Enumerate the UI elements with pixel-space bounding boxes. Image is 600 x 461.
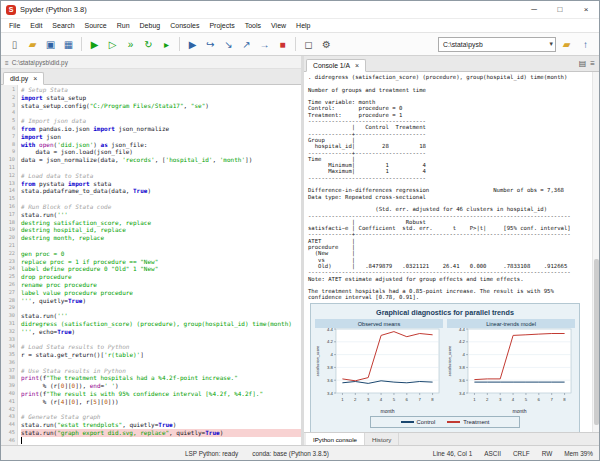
menu-edit[interactable]: Edit	[25, 22, 47, 29]
run-cell-icon[interactable]: ▷	[104, 36, 121, 53]
preferences-icon[interactable]: ⚙	[318, 36, 335, 53]
menu-view[interactable]: View	[266, 22, 291, 29]
menu-debug[interactable]: Debug	[135, 22, 166, 29]
code-line-43[interactable]: # Generate Stata graph	[21, 413, 301, 421]
code-line-45[interactable]: stata.run("graph export did.svg, replace…	[21, 429, 301, 437]
code-area[interactable]: # Setup Stataimport stata_setupstata_set…	[18, 85, 301, 445]
save-all-icon[interactable]: ▦	[60, 36, 77, 53]
tab-ipython-console[interactable]: IPython console	[306, 433, 365, 445]
code-line-32[interactable]: ''', echo=True)	[21, 328, 301, 336]
open-file-icon[interactable]: ▰	[24, 36, 41, 53]
dropdown-icon[interactable]: ▾	[550, 40, 553, 48]
console-scrollbar[interactable]	[592, 72, 599, 432]
stop-icon[interactable]: ■	[274, 36, 291, 53]
continue-icon[interactable]: →	[256, 36, 273, 53]
step-into-icon[interactable]: ↘	[220, 36, 237, 53]
code-line-46[interactable]	[21, 437, 301, 445]
code-line-7[interactable]: import json	[21, 133, 301, 141]
code-line-3[interactable]: stata_setup.config("C:/Program Files/Sta…	[21, 102, 301, 110]
code-line-39[interactable]: % (r[0][0]), end=' ')	[21, 382, 301, 390]
code-line-23[interactable]: replace proc = 1 if procedure == "New"	[21, 258, 301, 266]
code-line-35[interactable]: r = stata.get_return()['r(table)']	[21, 351, 301, 359]
maximize-pane-icon[interactable]: ◻	[300, 36, 317, 53]
code-line-15[interactable]	[21, 195, 301, 203]
code-line-38[interactable]: print(f"The treatment hospitals had a %4…	[21, 374, 301, 382]
code-line-30[interactable]: stata.run('''	[21, 312, 301, 320]
menu-consoles[interactable]: Consoles	[165, 22, 204, 29]
code-line-25[interactable]: drop procedure	[21, 273, 301, 281]
run-cell-advance-icon[interactable]: »	[122, 36, 139, 53]
code-line-14[interactable]: stata.pdataframe_to_data(data, True)	[21, 187, 301, 195]
code-line-33[interactable]	[21, 336, 301, 344]
save-icon[interactable]: ▣	[42, 36, 59, 53]
code-line-28[interactable]: ''', quietly=True)	[21, 297, 301, 305]
tab-close-icon[interactable]: ×	[33, 77, 37, 81]
code-line-22[interactable]: gen proc = 0	[21, 250, 301, 258]
options-menu-icon[interactable]: ≡	[590, 59, 595, 68]
code-editor[interactable]: 1234567891011121314151617181920212223242…	[1, 85, 301, 445]
pane-window-icon[interactable]: ▤	[579, 59, 587, 68]
code-line-9[interactable]: data = json.load(json_file)	[21, 148, 301, 156]
code-line-42[interactable]	[21, 406, 301, 414]
console-scrollbar-thumb[interactable]	[594, 259, 599, 425]
step-over-icon[interactable]: ↪	[202, 36, 219, 53]
working-directory-input[interactable]: C:\stata\pysb ▾	[438, 37, 556, 52]
console-tab-close-icon[interactable]: ×	[355, 64, 359, 68]
console-body[interactable]: . didregress (satisfaction_score) (proce…	[304, 72, 599, 432]
code-line-12[interactable]: # Load data to Stata	[21, 172, 301, 180]
editor-tab-didpy[interactable]: did.py ×	[3, 72, 44, 85]
line-number: 32	[1, 328, 15, 336]
code-line-2[interactable]: import stata_setup	[21, 94, 301, 102]
step-return-icon[interactable]: ↗	[238, 36, 255, 53]
code-line-31[interactable]: didregress (satisfaction_score) (procedu…	[21, 320, 301, 328]
menu-projects[interactable]: Projects	[204, 22, 239, 29]
code-line-11[interactable]	[21, 164, 301, 172]
code-line-40[interactable]: print(f"The result is with 95% confidenc…	[21, 390, 301, 398]
code-line-6[interactable]: from pandas.io.json import json_normaliz…	[21, 125, 301, 133]
menu-help[interactable]: Help	[291, 22, 315, 29]
code-line-41[interactable]: % (r[4][0], r[5][0]))	[21, 398, 301, 406]
legend-label: Control	[417, 419, 436, 425]
code-line-8[interactable]: with open('did.json') as json_file:	[21, 141, 301, 149]
code-line-1[interactable]: # Setup Stata	[21, 86, 301, 94]
menu-tools[interactable]: Tools	[240, 22, 266, 29]
tab-history[interactable]: History	[365, 433, 399, 445]
code-line-17[interactable]: stata.run('''	[21, 211, 301, 219]
code-line-27[interactable]: label value procedure procedure	[21, 289, 301, 297]
parent-directory-icon[interactable]: ↑	[577, 36, 594, 53]
browse-folder-icon[interactable]: ▰	[558, 36, 575, 53]
code-line-36[interactable]	[21, 359, 301, 367]
maximize-button[interactable]: □	[547, 1, 573, 18]
code-line-44[interactable]: stata.run("estat trendplots", quietly=Tr…	[21, 421, 301, 429]
console-tab[interactable]: Console 1/A ×	[306, 59, 366, 72]
new-file-icon[interactable]: ▯	[6, 36, 23, 53]
code-line-26[interactable]: rename proc procedure	[21, 281, 301, 289]
code-line-20[interactable]: destring month, replace	[21, 234, 301, 242]
code-line-34[interactable]: # Load Stata results to Python	[21, 343, 301, 351]
code-line-18[interactable]: destring satisfaction_score, replace	[21, 219, 301, 227]
code-line-10[interactable]: data = json_normalize(data, 'records', […	[21, 156, 301, 164]
code-line-4[interactable]	[21, 109, 301, 117]
menu-source[interactable]: Source	[80, 22, 112, 29]
code-line-5[interactable]: # Import json data	[21, 117, 301, 125]
run-selection-icon[interactable]: ▸	[158, 36, 175, 53]
svg-text:satisfaction_score: satisfaction_score	[448, 345, 452, 375]
code-line-13[interactable]: from pystata import stata	[21, 180, 301, 188]
code-line-16[interactable]: # Run Block of Stata code	[21, 203, 301, 211]
menu-run[interactable]: Run	[112, 22, 135, 29]
tab-browser-icon[interactable]: ≡	[5, 59, 9, 66]
menu-search[interactable]: Search	[47, 22, 79, 29]
env-status[interactable]: conda: base (Python 3.8.5)	[252, 450, 329, 457]
code-line-19[interactable]: destring hospital_id, replace	[21, 226, 301, 234]
close-button[interactable]: ×	[573, 1, 599, 18]
rerun-cell-icon[interactable]: ↻	[140, 36, 157, 53]
code-line-24[interactable]: label define procedure 0 "Old" 1 "New"	[21, 265, 301, 273]
minimize-button[interactable]: ─	[521, 1, 547, 18]
code-line-37[interactable]: # Use Stata results in Python	[21, 367, 301, 375]
code-line-29[interactable]	[21, 304, 301, 312]
title-bar[interactable]: S Spyder (Python 3.8) ─□×	[1, 1, 599, 19]
menu-file[interactable]: File	[4, 22, 25, 29]
run-icon[interactable]: ▶	[86, 36, 103, 53]
debug-icon[interactable]: ▶	[184, 36, 201, 53]
code-line-21[interactable]	[21, 242, 301, 250]
